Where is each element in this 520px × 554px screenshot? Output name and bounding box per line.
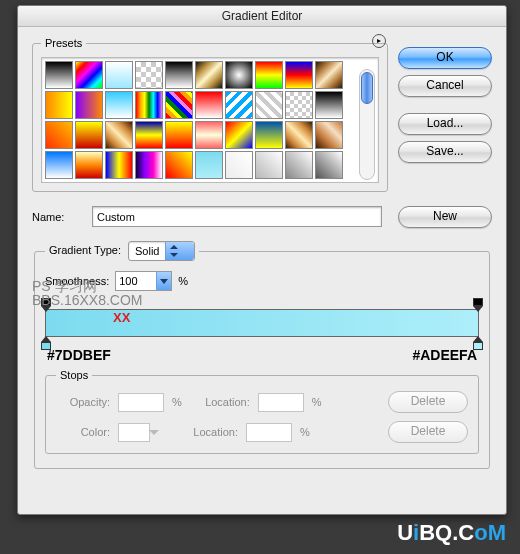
name-label: Name:: [32, 211, 82, 223]
scrollbar-thumb[interactable]: [361, 72, 373, 104]
preset-swatch[interactable]: [45, 91, 73, 119]
preset-swatch[interactable]: [75, 151, 103, 179]
preset-swatch[interactable]: [315, 61, 343, 89]
ok-button[interactable]: OK: [398, 47, 492, 69]
opacity-location-input: [258, 393, 304, 412]
dialog-buttons: OK Cancel Load... Save...: [398, 47, 492, 163]
preset-swatch[interactable]: [255, 61, 283, 89]
preset-swatch[interactable]: [75, 61, 103, 89]
presets-menu-icon[interactable]: ▸: [372, 34, 386, 48]
gradient-type-popup[interactable]: Solid: [128, 241, 195, 261]
name-input[interactable]: [92, 206, 382, 227]
dropdown-arrow-icon[interactable]: [156, 272, 171, 290]
preset-swatch[interactable]: [135, 91, 163, 119]
swatch-dropdown-icon: [149, 430, 159, 435]
popup-arrows-icon: [165, 242, 194, 260]
preset-swatch[interactable]: [315, 91, 343, 119]
preset-swatch[interactable]: [285, 121, 313, 149]
name-row: Name: New: [32, 206, 492, 227]
presets-grid[interactable]: [41, 57, 379, 183]
preset-swatch[interactable]: [285, 151, 313, 179]
preset-swatch[interactable]: [165, 151, 193, 179]
preset-swatch[interactable]: [285, 91, 313, 119]
preset-swatch[interactable]: [225, 121, 253, 149]
color-delete-button: Delete: [388, 421, 468, 443]
preset-swatch[interactable]: [45, 121, 73, 149]
footer-logo: UBQ.C UiBQ.CoM: [397, 520, 506, 546]
preset-swatch[interactable]: [165, 61, 193, 89]
hex-labels: #7DDBEF #ADEEFA: [47, 347, 477, 363]
preset-swatch[interactable]: [45, 151, 73, 179]
preset-swatch[interactable]: [105, 91, 133, 119]
preset-swatch[interactable]: [105, 151, 133, 179]
opacity-input: [118, 393, 164, 412]
opacity-location-label: Location:: [190, 396, 250, 408]
preset-swatch[interactable]: [135, 61, 163, 89]
opacity-stop-right[interactable]: [473, 298, 483, 310]
smoothness-row: Smoothness: %: [45, 271, 479, 291]
color-location-label: Location:: [178, 426, 238, 438]
gradient-type-label: Gradient Type:: [49, 244, 121, 256]
percent-label: %: [178, 275, 188, 287]
preset-swatch[interactable]: [105, 61, 133, 89]
gradient-editor-window: Gradient Editor ▸ Presets OK Cancel Load…: [17, 5, 507, 515]
preset-swatch[interactable]: [255, 121, 283, 149]
gradient-bar[interactable]: [45, 309, 479, 337]
gradient-settings: Gradient Type: Solid Smoothness: %: [34, 241, 490, 469]
smoothness-input[interactable]: [116, 272, 156, 290]
window-title: Gradient Editor: [18, 6, 506, 27]
preset-swatch[interactable]: [255, 151, 283, 179]
save-button[interactable]: Save...: [398, 141, 492, 163]
preset-swatch[interactable]: [45, 61, 73, 89]
preset-swatch[interactable]: [315, 121, 343, 149]
color-stop-right[interactable]: [473, 336, 483, 348]
hex-right: #ADEEFA: [412, 347, 477, 363]
color-swatch: [118, 423, 150, 442]
preset-swatch[interactable]: [195, 151, 223, 179]
window-content: ▸ Presets OK Cancel Load... Save... Name…: [18, 27, 506, 479]
preset-swatch[interactable]: [135, 121, 163, 149]
preset-swatch[interactable]: [105, 121, 133, 149]
preset-swatch[interactable]: [225, 91, 253, 119]
color-location-input: [246, 423, 292, 442]
color-location-percent: %: [300, 426, 310, 438]
preset-swatch[interactable]: [195, 61, 223, 89]
preset-swatch[interactable]: [225, 61, 253, 89]
preset-swatch[interactable]: [255, 91, 283, 119]
opacity-row: Opacity: % Location: % Delete: [56, 391, 468, 413]
preset-swatch[interactable]: [75, 121, 103, 149]
preset-swatch[interactable]: [285, 61, 313, 89]
preset-swatch[interactable]: [315, 151, 343, 179]
new-button[interactable]: New: [398, 206, 492, 228]
preset-swatch[interactable]: [225, 151, 253, 179]
preset-swatch[interactable]: [165, 91, 193, 119]
preset-swatch[interactable]: [195, 91, 223, 119]
opacity-percent: %: [172, 396, 182, 408]
gradient-bar-wrap: [45, 309, 479, 337]
preset-swatch[interactable]: [195, 121, 223, 149]
color-row: Color: Location: % Delete: [56, 421, 468, 443]
preset-swatch[interactable]: [135, 151, 163, 179]
preset-swatch[interactable]: [165, 121, 193, 149]
stops-legend: Stops: [56, 369, 92, 381]
opacity-location-percent: %: [312, 396, 322, 408]
gradient-type-value: Solid: [129, 245, 165, 257]
hex-left: #7DDBEF: [47, 347, 111, 363]
opacity-delete-button: Delete: [388, 391, 468, 413]
presets-legend: Presets: [41, 37, 86, 49]
smoothness-input-wrap[interactable]: [115, 271, 172, 291]
opacity-stop-left[interactable]: [41, 298, 51, 310]
presets-wrap: ▸ Presets: [32, 37, 388, 192]
stops-fieldset: Stops Opacity: % Location: % Delete Colo…: [45, 369, 479, 454]
presets-fieldset: Presets: [32, 37, 388, 192]
opacity-label: Opacity:: [56, 396, 110, 408]
preset-swatch[interactable]: [75, 91, 103, 119]
color-label: Color:: [56, 426, 110, 438]
load-button[interactable]: Load...: [398, 113, 492, 135]
smoothness-label: Smoothness:: [45, 275, 109, 287]
presets-scrollbar[interactable]: [359, 69, 375, 180]
color-stop-left[interactable]: [41, 336, 51, 348]
cancel-button[interactable]: Cancel: [398, 75, 492, 97]
